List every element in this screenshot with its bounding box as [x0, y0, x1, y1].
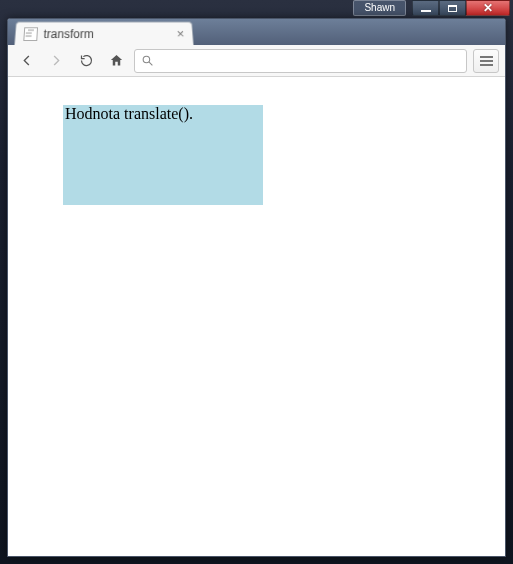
file-icon	[23, 27, 38, 41]
reload-button[interactable]	[74, 49, 98, 73]
browser-window: transform × Hodnota translate().	[7, 18, 506, 557]
minimize-icon	[421, 10, 431, 12]
tab-strip: transform ×	[8, 19, 505, 45]
browser-tab[interactable]: transform ×	[14, 22, 194, 45]
back-button[interactable]	[14, 49, 38, 73]
home-icon	[109, 53, 124, 68]
window-minimize-button[interactable]	[412, 0, 439, 16]
home-button[interactable]	[104, 49, 128, 73]
os-titlebar: Shawn ✕	[0, 0, 513, 18]
maximize-icon	[448, 5, 457, 12]
window-close-button[interactable]: ✕	[466, 0, 510, 16]
url-input[interactable]	[160, 53, 460, 68]
close-icon: ✕	[483, 1, 493, 15]
tab-title: transform	[43, 27, 171, 41]
arrow-left-icon	[19, 53, 34, 68]
box-text: Hodnota translate().	[65, 105, 193, 122]
forward-button[interactable]	[44, 49, 68, 73]
tab-close-button[interactable]: ×	[176, 26, 185, 41]
reload-icon	[79, 53, 94, 68]
svg-line-1	[149, 62, 152, 65]
user-badge[interactable]: Shawn	[353, 0, 406, 16]
address-bar[interactable]	[134, 49, 467, 73]
window-maximize-button[interactable]	[439, 0, 466, 16]
translated-box: Hodnota translate().	[63, 105, 263, 205]
chrome-menu-button[interactable]	[473, 49, 499, 73]
search-icon	[141, 54, 154, 67]
svg-point-0	[143, 56, 150, 63]
hamburger-icon	[480, 56, 493, 58]
browser-toolbar	[8, 45, 505, 77]
page-viewport: Hodnota translate().	[8, 77, 505, 556]
arrow-right-icon	[49, 53, 64, 68]
